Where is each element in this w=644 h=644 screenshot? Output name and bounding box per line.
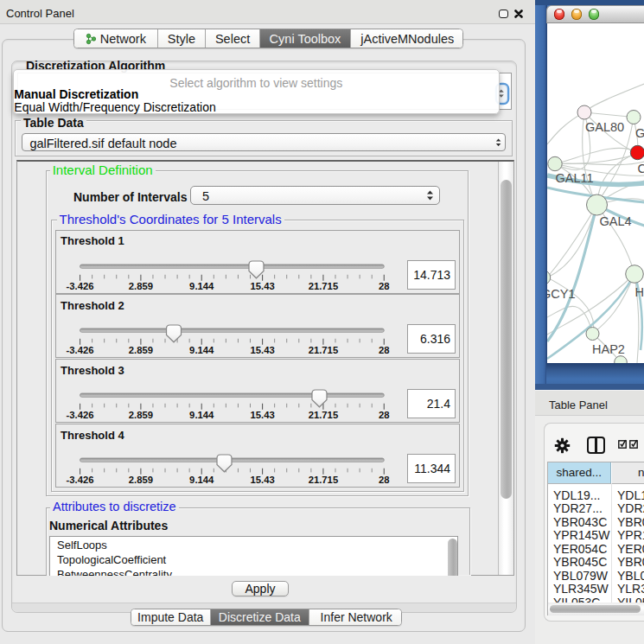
svg-text:15.43: 15.43 bbox=[250, 281, 274, 291]
svg-text:2.859: 2.859 bbox=[128, 475, 152, 485]
svg-text:15.43: 15.43 bbox=[250, 410, 274, 420]
svg-text:HAP2: HAP2 bbox=[592, 342, 625, 356]
svg-text:-3.426: -3.426 bbox=[66, 281, 93, 291]
svg-text:9.144: 9.144 bbox=[189, 410, 214, 420]
svg-text:-3.426: -3.426 bbox=[66, 345, 93, 355]
svg-text:2.859: 2.859 bbox=[128, 345, 152, 355]
svg-text:15.43: 15.43 bbox=[250, 345, 274, 355]
svg-text:GAL4: GAL4 bbox=[599, 214, 631, 228]
svg-text:28: 28 bbox=[378, 475, 389, 485]
svg-text:H: H bbox=[634, 285, 643, 299]
svg-text:GCY1: GCY1 bbox=[547, 287, 576, 301]
svg-text:GAL11: GAL11 bbox=[555, 171, 593, 185]
svg-text:15.43: 15.43 bbox=[250, 475, 274, 485]
svg-text:28: 28 bbox=[378, 410, 389, 420]
svg-text:9.144: 9.144 bbox=[189, 345, 214, 355]
svg-text:9.144: 9.144 bbox=[189, 475, 214, 485]
svg-text:2.859: 2.859 bbox=[128, 410, 152, 420]
svg-text:21.715: 21.715 bbox=[308, 345, 338, 355]
svg-text:GAL80: GAL80 bbox=[585, 120, 624, 134]
svg-text:2.859: 2.859 bbox=[128, 281, 152, 291]
svg-text:-3.426: -3.426 bbox=[66, 410, 93, 420]
svg-text:-3.426: -3.426 bbox=[66, 475, 93, 485]
svg-text:28: 28 bbox=[378, 281, 389, 291]
svg-text:G: G bbox=[635, 126, 644, 140]
svg-text:9.144: 9.144 bbox=[189, 281, 214, 291]
svg-text:28: 28 bbox=[378, 345, 389, 355]
svg-text:21.715: 21.715 bbox=[308, 475, 338, 485]
svg-text:C: C bbox=[637, 162, 644, 175]
svg-text:21.715: 21.715 bbox=[308, 410, 338, 420]
svg-text:21.715: 21.715 bbox=[308, 281, 338, 291]
